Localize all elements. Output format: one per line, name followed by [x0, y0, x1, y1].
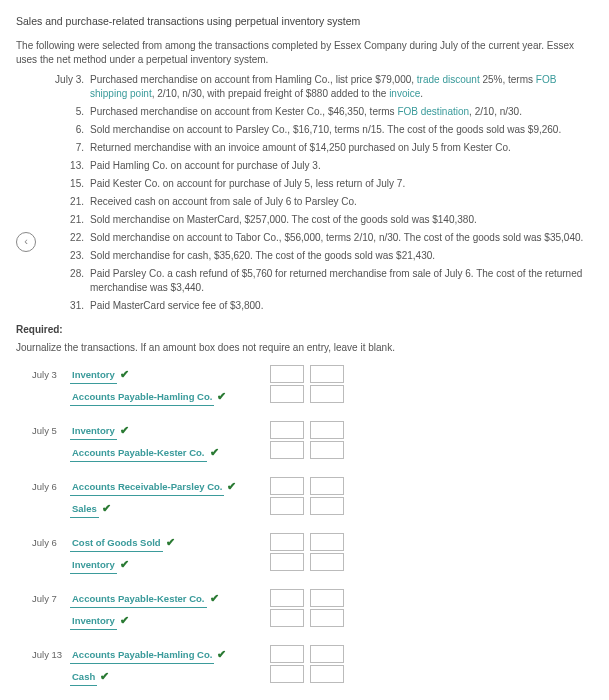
transaction-text: Purchased merchandise on account from Ke… [90, 105, 593, 119]
transaction-text: Paid Kester Co. on account for purchase … [90, 177, 593, 191]
account-dropdown[interactable]: Accounts Payable-Kester Co. [70, 590, 207, 608]
debit-input[interactable] [270, 589, 304, 607]
debit-input[interactable] [270, 609, 304, 627]
transaction-item: 21.Received cash on account from sale of… [50, 195, 593, 209]
transaction-item: 15.Paid Kester Co. on account for purcha… [50, 177, 593, 191]
transaction-item: July 3.Purchased merchandise on account … [50, 73, 593, 101]
journal-date: July 6 [32, 477, 70, 493]
transaction-text: Returned merchandise with an invoice amo… [90, 141, 593, 155]
transaction-item: 7.Returned merchandise with an invoice a… [50, 141, 593, 155]
account-dropdown[interactable]: Sales [70, 500, 99, 518]
required-instruction: Journalize the transactions. If an amoun… [16, 341, 593, 355]
credit-input[interactable] [310, 477, 344, 495]
journal-row: July 13Accounts Payable-Hamling Co.✔Cash… [32, 645, 593, 687]
transaction-item: 31.Paid MasterCard service fee of $3,800… [50, 299, 593, 313]
check-icon: ✔ [217, 389, 226, 404]
credit-input[interactable] [310, 589, 344, 607]
check-icon: ✔ [120, 423, 129, 438]
journal-date: July 13 [32, 645, 70, 661]
transaction-text: Paid MasterCard service fee of $3,800. [90, 299, 593, 313]
transaction-list: July 3.Purchased merchandise on account … [16, 73, 593, 313]
journal-row: July 5Inventory✔Accounts Payable-Kester … [32, 421, 593, 463]
credit-input[interactable] [310, 645, 344, 663]
transaction-date: 6. [50, 123, 90, 137]
account-dropdown[interactable]: Inventory [70, 556, 117, 574]
debit-input[interactable] [270, 665, 304, 683]
debit-input[interactable] [270, 497, 304, 515]
journal-row: July 3Inventory✔Accounts Payable-Hamling… [32, 365, 593, 407]
check-icon: ✔ [227, 479, 236, 494]
account-dropdown[interactable]: Inventory [70, 422, 117, 440]
debit-input[interactable] [270, 365, 304, 383]
debit-input[interactable] [270, 477, 304, 495]
check-icon: ✔ [100, 669, 109, 684]
transaction-date: 5. [50, 105, 90, 119]
account-dropdown[interactable]: Cost of Goods Sold [70, 534, 163, 552]
transaction-date: 28. [50, 267, 90, 295]
journal-entries: July 3Inventory✔Accounts Payable-Hamling… [16, 365, 593, 700]
transaction-date: 15. [50, 177, 90, 191]
credit-input[interactable] [310, 421, 344, 439]
journal-date: July 5 [32, 421, 70, 437]
transaction-item: 21.Sold merchandise on MasterCard, $257,… [50, 213, 593, 227]
account-dropdown[interactable]: Inventory [70, 612, 117, 630]
debit-input[interactable] [270, 645, 304, 663]
check-icon: ✔ [210, 591, 219, 606]
credit-input[interactable] [310, 441, 344, 459]
transaction-text: Sold merchandise on account to Parsley C… [90, 123, 593, 137]
check-icon: ✔ [120, 367, 129, 382]
journal-row: July 7Accounts Payable-Kester Co.✔Invent… [32, 589, 593, 631]
intro-text: The following were selected from among t… [16, 39, 593, 67]
prev-page-button[interactable]: ‹ [16, 232, 36, 252]
transaction-date: 31. [50, 299, 90, 313]
transaction-item: 6.Sold merchandise on account to Parsley… [50, 123, 593, 137]
debit-input[interactable] [270, 533, 304, 551]
transaction-text: Sold merchandise on MasterCard, $257,000… [90, 213, 593, 227]
account-dropdown[interactable]: Accounts Payable-Hamling Co. [70, 388, 214, 406]
journal-row: July 6Cost of Goods Sold✔Inventory✔ [32, 533, 593, 575]
account-dropdown[interactable]: Accounts Payable-Kester Co. [70, 444, 207, 462]
journal-date: July 7 [32, 589, 70, 605]
transaction-text: Received cash on account from sale of Ju… [90, 195, 593, 209]
credit-input[interactable] [310, 553, 344, 571]
transaction-date: 23. [50, 249, 90, 263]
required-label: Required: [16, 323, 593, 337]
transaction-date: 13. [50, 159, 90, 173]
transaction-date: July 3. [50, 73, 90, 101]
transaction-item: 13.Paid Hamling Co. on account for purch… [50, 159, 593, 173]
transaction-date: 21. [50, 195, 90, 209]
transaction-date: 22. [50, 231, 90, 245]
transaction-text: Sold merchandise for cash, $35,620. The … [90, 249, 593, 263]
credit-input[interactable] [310, 497, 344, 515]
check-icon: ✔ [120, 613, 129, 628]
journal-row: July 6Accounts Receivable-Parsley Co.✔Sa… [32, 477, 593, 519]
check-icon: ✔ [166, 535, 175, 550]
debit-input[interactable] [270, 553, 304, 571]
transaction-item: 23.Sold merchandise for cash, $35,620. T… [50, 249, 593, 263]
journal-date: July 6 [32, 533, 70, 549]
journal-date: July 3 [32, 365, 70, 381]
credit-input[interactable] [310, 365, 344, 383]
debit-input[interactable] [270, 441, 304, 459]
credit-input[interactable] [310, 385, 344, 403]
transaction-text: Sold merchandise on account to Tabor Co.… [90, 231, 593, 245]
account-dropdown[interactable]: Accounts Receivable-Parsley Co. [70, 478, 224, 496]
check-icon: ✔ [120, 557, 129, 572]
credit-input[interactable] [310, 665, 344, 683]
transaction-item: 5.Purchased merchandise on account from … [50, 105, 593, 119]
debit-input[interactable] [270, 385, 304, 403]
debit-input[interactable] [270, 421, 304, 439]
transaction-date: 21. [50, 213, 90, 227]
account-dropdown[interactable]: Accounts Payable-Hamling Co. [70, 646, 214, 664]
check-icon: ✔ [102, 501, 111, 516]
transaction-text: Paid Parsley Co. a cash refund of $5,760… [90, 267, 593, 295]
check-icon: ✔ [210, 445, 219, 460]
page-title: Sales and purchase-related transactions … [16, 14, 593, 29]
transaction-date: 7. [50, 141, 90, 155]
credit-input[interactable] [310, 533, 344, 551]
transaction-item: 28.Paid Parsley Co. a cash refund of $5,… [50, 267, 593, 295]
account-dropdown[interactable]: Cash [70, 668, 97, 686]
credit-input[interactable] [310, 609, 344, 627]
transaction-text: Paid Hamling Co. on account for purchase… [90, 159, 593, 173]
account-dropdown[interactable]: Inventory [70, 366, 117, 384]
